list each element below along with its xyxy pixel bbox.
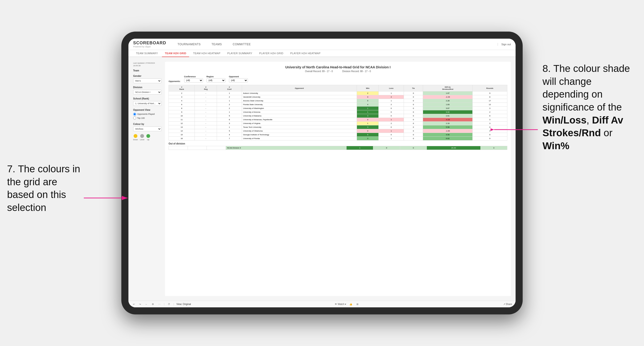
- out-of-division-cell: 3: [480, 146, 507, 150]
- col-diff: Diff AvStrokes/Rnd: [423, 85, 472, 91]
- arrow-left: [84, 193, 131, 203]
- table-cell: 3: [217, 122, 242, 125]
- table-cell: 1: [379, 118, 404, 122]
- table-cell: 5: [357, 133, 378, 137]
- toolbar-undo[interactable]: ↩: [132, 302, 136, 306]
- table-cell: 0: [404, 103, 423, 107]
- sub-nav-player-h2h-grid[interactable]: PLAYER H2H GRID: [256, 50, 286, 57]
- sign-out-button[interactable]: Sign out: [498, 43, 511, 46]
- nav-tournaments[interactable]: TOURNAMENTS: [176, 42, 202, 47]
- table-cell: 0: [404, 114, 423, 118]
- table-cell: 0: [404, 95, 423, 99]
- table-cell: 7: [217, 137, 242, 141]
- table-cell: 1: [379, 91, 404, 95]
- table-cell: 1: [379, 129, 404, 133]
- table-cell: 0: [404, 125, 423, 129]
- table-cell: 3: [357, 114, 378, 118]
- toolbar-more[interactable]: ⋯: [157, 302, 162, 306]
- table-cell: 17: [472, 99, 507, 103]
- table-cell: 5: [217, 129, 242, 133]
- table-cell: 2: [217, 95, 242, 99]
- content-area: Last Updated: 27/03/2024 16:55:38 Team G…: [128, 57, 516, 301]
- region-select[interactable]: (All): [206, 78, 226, 82]
- table-cell: University of Arkansas, Fayetteville: [242, 118, 357, 122]
- share-button[interactable]: ↗ Share: [503, 303, 512, 306]
- opponent-select[interactable]: (All): [229, 78, 248, 82]
- colour-by-label: Colour by: [133, 123, 162, 125]
- table-cell: 1: [217, 99, 242, 103]
- col-win: Win: [357, 85, 378, 91]
- logo-sub: Powered by clippd: [133, 45, 166, 48]
- radio-top-100[interactable]: Top 100: [133, 116, 162, 120]
- school-select[interactable]: 1. University of Nort...: [133, 101, 162, 106]
- tablet-frame: SCOREBOARD Powered by clippd TOURNAMENTS…: [121, 32, 523, 314]
- table-cell: 6: [217, 118, 242, 122]
- table-cell: 2: [217, 107, 242, 110]
- arrow-right: [490, 125, 538, 134]
- gender-label: Gender: [133, 75, 162, 77]
- table-cell: 11: [169, 118, 195, 122]
- table-cell: 0: [404, 107, 423, 110]
- table-cell: 8: [472, 114, 507, 118]
- sub-nav-team-summary[interactable]: TEAM SUMMARY: [133, 50, 161, 57]
- table-cell: -: [195, 129, 217, 133]
- table-cell: 8: [169, 107, 195, 110]
- table-cell: -: [195, 95, 217, 99]
- sub-nav-team-h2h-grid[interactable]: TEAM H2H GRID: [162, 50, 189, 57]
- table-cell: -: [195, 118, 217, 122]
- sub-nav-player-h2h-heatmap[interactable]: PLAYER H2H HEATMAP: [287, 50, 323, 57]
- toolbar-grid-icon[interactable]: ⊞: [356, 302, 359, 306]
- table-cell: 8: [472, 95, 507, 99]
- radio-opponents-played[interactable]: Opponents Played: [133, 112, 162, 116]
- colour-by-section: Colour by Win/loss: [133, 123, 162, 131]
- table-cell: -: [195, 99, 217, 103]
- toolbar-settings[interactable]: ⚙: [151, 302, 155, 306]
- table-cell: 2: [379, 122, 404, 125]
- col-rounds: Rounds: [472, 85, 507, 91]
- toolbar-redo[interactable]: ↪: [138, 302, 142, 306]
- table-cell: -: [195, 91, 217, 95]
- table-cell: 3: [357, 137, 378, 141]
- table-cell: 1: [379, 99, 404, 103]
- table-cell: 3: [169, 95, 195, 99]
- opponent-view-label: Opponent View: [133, 109, 162, 111]
- nav-committee[interactable]: COMMITTEE: [231, 42, 253, 47]
- conference-select[interactable]: (All): [184, 78, 203, 82]
- table-row: 6-2Florida State University4201.8312: [169, 103, 507, 107]
- out-of-division-row: NCAA Division II10026.003: [169, 146, 507, 150]
- table-cell: 9.00: [423, 110, 472, 114]
- toolbar-clock[interactable]: ⏱: [167, 302, 171, 306]
- table-cell: 16: [169, 137, 195, 141]
- out-of-division-cell: [207, 146, 226, 150]
- toolbar-back[interactable]: ←: [144, 302, 148, 306]
- tablet-screen: SCOREBOARD Powered by clippd TOURNAMENTS…: [128, 39, 516, 307]
- gender-select[interactable]: Men's: [133, 78, 162, 83]
- nav-bar: SCOREBOARD Powered by clippd TOURNAMENTS…: [128, 39, 516, 50]
- watch-button[interactable]: 👁 Watch ▾: [335, 303, 346, 306]
- division-select[interactable]: NCAA Division I: [133, 90, 162, 95]
- table-cell: 5: [357, 99, 378, 103]
- col-tie: Tie: [404, 85, 423, 91]
- legend-up-dot: [146, 134, 150, 138]
- table-row: 11-6University of Arkansas, Fayetteville…: [169, 118, 507, 122]
- table-cell: 1: [379, 137, 404, 141]
- table-cell: 5: [217, 114, 242, 118]
- table-cell: University of Arizona: [242, 110, 357, 114]
- main-grid: University of North Carolina Head-to-Hea…: [165, 62, 511, 296]
- table-row: 13-1Texas Tech University3005.569: [169, 125, 507, 129]
- sub-nav-player-summary[interactable]: PLAYER SUMMARY: [224, 50, 255, 57]
- table-cell: 12: [169, 122, 195, 125]
- team-label: Team: [133, 69, 162, 72]
- sub-nav-team-h2h-heatmap[interactable]: TEAM H2H HEATMAP: [190, 50, 223, 57]
- legend-level-dot: [140, 134, 144, 138]
- data-table: #Rank #Reg #Conf Opponent Win Loss Tie D…: [168, 85, 507, 141]
- nav-teams[interactable]: TEAMS: [210, 42, 224, 47]
- table-cell: 5.56: [423, 125, 472, 129]
- col-opponent: Opponent: [242, 85, 357, 91]
- table-cell: -: [195, 110, 217, 114]
- table-cell: -: [195, 122, 217, 125]
- toolbar-like[interactable]: 👍: [348, 302, 353, 306]
- table-cell: 0: [404, 133, 423, 137]
- table-row: 2-1Auburn University2101.679: [169, 91, 507, 95]
- colour-by-select[interactable]: Win/loss: [133, 127, 162, 131]
